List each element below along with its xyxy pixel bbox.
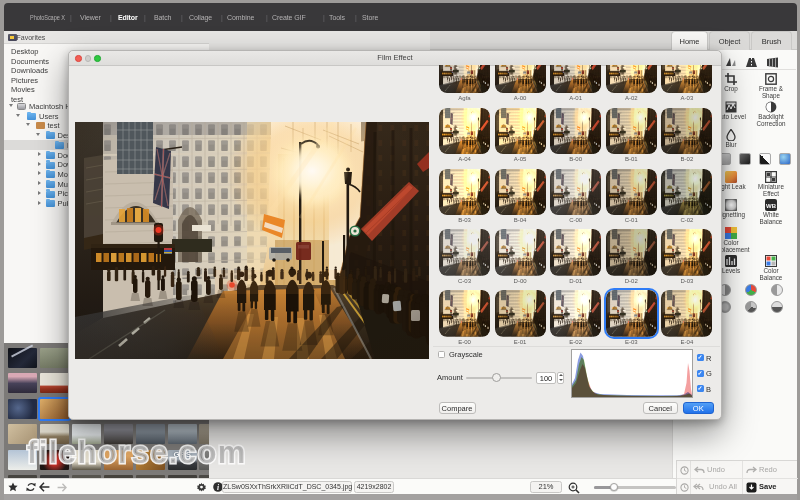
- svg-text:WB: WB: [766, 203, 777, 209]
- svg-text:filehorse.com: filehorse.com: [27, 435, 247, 470]
